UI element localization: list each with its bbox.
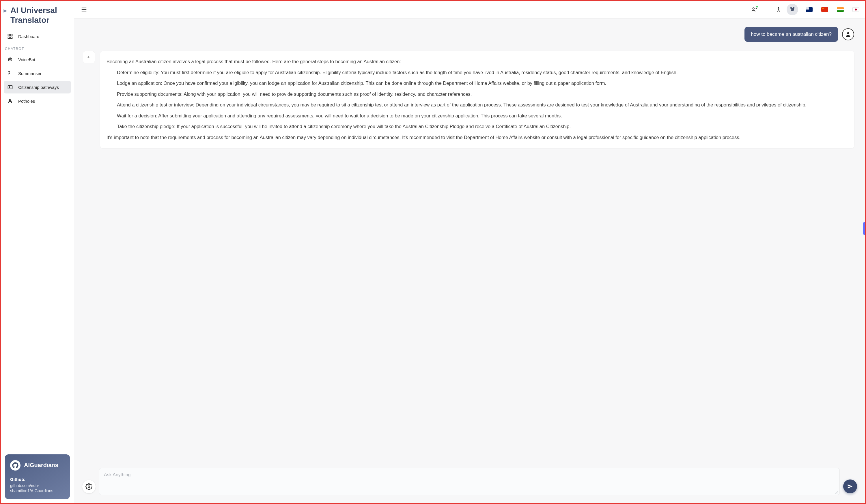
teddy-icon [789,6,796,13]
robot-icon [7,57,13,62]
svg-rect-10 [8,86,12,89]
side-handle[interactable] [863,222,866,235]
hamburger-icon [81,6,87,13]
svg-point-24 [847,32,849,34]
svg-point-6 [11,59,11,60]
flag-cn[interactable] [821,7,828,12]
svg-rect-3 [11,37,12,39]
settings-button[interactable] [82,480,96,493]
sidebar-item-label: Citizenship pathways [18,85,59,90]
chat-scroll[interactable]: how to became an australian citizen? AI … [74,18,865,464]
footer-card: AIGuardians Github: github.com/edu- sham… [5,455,70,499]
accessibility-icon [775,6,782,13]
bot-step: Take the citizenship pledge: If your app… [107,123,848,131]
svg-point-15 [753,8,755,9]
send-button[interactable] [843,480,857,493]
gear-icon [86,483,92,490]
svg-point-11 [9,87,10,87]
brand-title: AI Universal Translator [10,5,70,25]
bot-message-card: Becoming an Australian citizen involves … [100,51,854,148]
sidebar-item-summariser[interactable]: Summariser [4,67,71,80]
send-icon [847,483,853,490]
composer [74,464,865,503]
status-badge [756,5,758,8]
bot-step: Lodge an application: Once you have conf… [107,80,848,87]
bot-step: Wait for a decision: After submitting yo… [107,112,848,120]
brand: AI Universal Translator [1,3,74,30]
svg-point-5 [9,59,10,60]
bot-step: Attend a citizenship test or interview: … [107,101,848,109]
chat-input[interactable] [104,472,835,490]
main: how to became an australian citizen? AI … [74,1,865,503]
resize-handle-icon[interactable] [835,490,838,494]
svg-point-21 [791,8,794,11]
user-message-row: how to became an australian citizen? [83,27,854,42]
svg-point-23 [793,9,793,10]
kids-mode-button[interactable] [787,4,798,15]
user-avatar [842,28,854,41]
sidebar: AI Universal Translator Dashboard CHATBO… [1,1,74,503]
svg-point-18 [778,7,779,8]
user-message-bubble: how to became an australian citizen? [744,27,838,42]
summariser-icon [7,70,13,76]
bot-step: Provide supporting documents: Along with… [107,91,848,98]
svg-point-8 [10,57,10,58]
bot-outro-text: It's important to note that the requirem… [107,134,848,141]
sidebar-section-label: CHATBOT [1,43,74,53]
flag-in[interactable] [837,7,844,12]
sidebar-item-label: Summariser [18,71,42,76]
add-user-button[interactable] [748,4,760,15]
bot-avatar: AI [83,51,95,63]
flag-jp[interactable] [853,7,859,12]
svg-rect-0 [8,34,10,36]
menu-toggle-button[interactable] [78,4,90,15]
sidebar-item-dashboard[interactable]: Dashboard [4,30,71,43]
svg-point-25 [88,486,90,488]
svg-point-22 [791,9,792,10]
bot-intro-text: Becoming an Australian citizen involves … [107,58,848,66]
topbar [74,1,865,18]
road-icon [7,98,13,104]
footer-github-label: Github: [10,477,65,482]
github-icon [10,460,21,471]
svg-rect-2 [8,37,10,39]
flag-au[interactable] [806,7,813,12]
sidebar-item-label: Potholes [18,99,35,103]
bot-step: Determine eligibility: You must first de… [107,69,848,77]
dashboard-icon [7,33,13,39]
svg-rect-1 [11,34,12,36]
sidebar-item-label: VoiceBot [18,57,35,62]
bot-message-row: AI Becoming an Australian citizen involv… [83,51,854,148]
sidebar-item-label: Dashboard [18,34,39,39]
sidebar-item-voicebot[interactable]: VoiceBot [4,53,71,66]
accessibility-button[interactable] [773,4,784,15]
footer-github-link[interactable]: github.com/edu- shamilton1/AIGuardians [10,483,65,493]
svg-point-9 [9,71,10,72]
id-card-icon [7,84,13,90]
footer-card-title: AIGuardians [24,462,58,469]
chat-input-container [99,468,840,495]
sidebar-item-potholes[interactable]: Potholes [4,94,71,107]
sidebar-item-citizenship[interactable]: Citizenship pathways [4,81,71,93]
user-icon [845,31,851,37]
brand-icon [3,8,8,14]
